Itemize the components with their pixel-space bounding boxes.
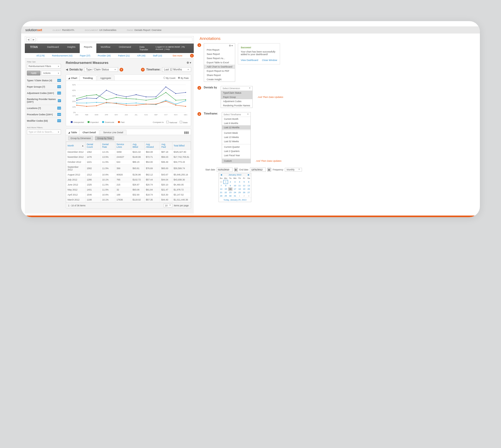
end-date-input[interactable]: [250, 168, 266, 172]
menu-item[interactable]: Create Insight: [204, 77, 235, 82]
columns-icon[interactable]: ▮▮▮: [184, 131, 189, 134]
filter-row[interactable]: Payer Groups (7): [27, 83, 61, 90]
nav-back[interactable]: ◀: [26, 37, 30, 42]
add-filter-input[interactable]: Type or Click to Search...▼: [27, 130, 61, 134]
dropdown-option[interactable]: Last Fiscal Year: [222, 153, 250, 158]
cal-day[interactable]: 5: [242, 180, 246, 184]
cal-day[interactable]: 23: [228, 191, 233, 194]
nav-tab-reports[interactable]: Reports: [80, 44, 97, 53]
nav-tab-insights[interactable]: Insights: [63, 44, 80, 53]
filter-row[interactable]: Adjustment Codes (100+): [27, 90, 61, 96]
dropdown-option[interactable]: Type/Claim Status: [221, 91, 252, 95]
nav-tab-dashboard[interactable]: Dashboard: [43, 44, 63, 53]
cal-day[interactable]: 10: [233, 184, 237, 188]
filter-row[interactable]: Rendering Provider Names (100+): [27, 96, 61, 105]
dropdown-option[interactable]: Last 2 Quarters: [222, 149, 250, 153]
menu-item[interactable]: Save Report As...: [204, 56, 235, 60]
tab-service-line-detail[interactable]: Service Line Detail: [100, 130, 126, 135]
chart-icon[interactable]: [57, 113, 61, 116]
cal-day[interactable]: 2: [242, 194, 246, 198]
tab-chart-detail[interactable]: Chart Detail: [79, 130, 100, 135]
col-header[interactable]: Avg. Billed: [131, 142, 144, 150]
cal-day[interactable]: 1: [223, 180, 228, 184]
table-row[interactable]: July 2012128610.1%765$102.72$57.44$44.04…: [66, 177, 191, 182]
start-date-input[interactable]: [217, 168, 233, 172]
col-header[interactable]: Avg. Allowed: [144, 142, 160, 150]
subnav-link[interactable]: All (178): [36, 54, 45, 57]
denials-by-select[interactable]: Type / Claim Status▼: [84, 67, 118, 72]
cal-day[interactable]: 20: [247, 187, 251, 191]
chart-icon[interactable]: [57, 79, 61, 82]
cal-day[interactable]: 24: [233, 191, 237, 194]
table-row[interactable]: November 2012147613.5%244027$148.99$72.7…: [66, 155, 191, 160]
menu-item[interactable]: Export Table to Excel: [204, 60, 235, 65]
dropdown-option[interactable]: Last 13 Weeks: [222, 135, 250, 139]
cal-day[interactable]: 19: [242, 187, 246, 191]
subnav-link[interactable]: Payer (37): [80, 54, 91, 57]
table-row[interactable]: March 2012119810.1%17636$118.02$57.35$44…: [66, 197, 191, 202]
nav-tab-data transfer[interactable]: Data Transfer: [135, 44, 152, 53]
see-more-link[interactable]: See more: [173, 54, 182, 57]
col-header[interactable]: Avg. Paid: [160, 142, 172, 150]
cal-today[interactable]: Today, January 25, 2013: [219, 198, 251, 202]
cal-prev[interactable]: ◀: [220, 174, 222, 176]
nav-tab-ondemand[interactable]: OnDemand: [115, 44, 135, 53]
cal-day[interactable]: 22: [223, 191, 228, 194]
table-row[interactable]: October 2012122111.5%644$86.15$54.00$36.…: [66, 160, 191, 165]
table-row[interactable]: August 2012131210.6%90920$136.98$62.12$4…: [66, 172, 191, 177]
cal-day[interactable]: 3: [233, 180, 237, 184]
filter-row[interactable]: Types / Claim Status (4): [27, 77, 61, 83]
dropdown-option[interactable]: Current Month: [222, 117, 250, 121]
cal-day[interactable]: 2: [228, 180, 233, 184]
col-header[interactable]: Month ▲: [66, 142, 86, 150]
cal-day[interactable]: 12: [242, 184, 246, 188]
tab-trending[interactable]: Trending: [79, 75, 96, 80]
chart-icon[interactable]: [57, 85, 61, 88]
filter-row[interactable]: Locations (7): [27, 105, 61, 111]
cal-day[interactable]: 8: [223, 184, 228, 188]
chart-icon[interactable]: [57, 92, 61, 94]
cal-day[interactable]: 27: [247, 191, 251, 194]
cal-day[interactable]: 30: [219, 180, 223, 184]
cal-day[interactable]: 18: [237, 187, 242, 191]
nav-tab-workflow[interactable]: Workflow: [96, 44, 115, 53]
radio-by-rate[interactable]: [178, 77, 180, 79]
group-by-dimension[interactable]: Group by Dimension: [68, 136, 93, 140]
menu-item[interactable]: Share Report: [204, 73, 235, 77]
subnav-link[interactable]: A/R (40): [137, 54, 145, 57]
compare-state-checkbox[interactable]: [180, 121, 182, 123]
tab-aggregate[interactable]: Aggregate: [97, 75, 115, 80]
filter-row[interactable]: Modifier Codes (53): [27, 117, 61, 124]
view-dashboard-link[interactable]: View Dashboard: [241, 59, 258, 61]
nav-fwd[interactable]: ▶: [31, 37, 36, 42]
col-header[interactable]: Denial Rate: [101, 142, 115, 150]
cal-day[interactable]: 13: [247, 184, 251, 188]
cal-day[interactable]: 17: [233, 187, 237, 191]
url-input[interactable]: [37, 37, 192, 42]
gear-icon[interactable]: ⚙ ▾: [187, 61, 191, 64]
table-row[interactable]: May 2012140111.5%32$93.06$61.84$21.47$1,…: [66, 187, 191, 192]
cal-day[interactable]: 3: [247, 194, 251, 198]
timeframe-dropdown[interactable]: Select Timeframe▼ Current MonthLast 6 Mo…: [222, 112, 251, 163]
calendar-icon[interactable]: ▦: [267, 168, 271, 171]
cal-day[interactable]: 11: [237, 184, 242, 188]
col-header[interactable]: Total Billed: [172, 142, 191, 150]
frequency-select[interactable]: Monthly▼: [285, 168, 302, 171]
dropdown-option[interactable]: Custom: [222, 159, 250, 163]
dropdown-option[interactable]: Last 6 Months: [222, 121, 250, 125]
menu-item[interactable]: Print Report: [204, 48, 235, 52]
cal-day[interactable]: 4: [237, 180, 242, 184]
subnav-link[interactable]: Reimbursement (42): [52, 54, 72, 57]
calendar-icon[interactable]: ▦: [234, 168, 238, 171]
cal-day[interactable]: 21: [219, 191, 223, 194]
dropdown-option[interactable]: Adjustment Codes: [221, 99, 252, 103]
close-window-link[interactable]: Close Window: [262, 59, 277, 61]
cal-day[interactable]: 30: [228, 194, 233, 198]
apply-button[interactable]: Apply: [27, 71, 40, 75]
cal-day[interactable]: 1: [237, 194, 242, 198]
table-row[interactable]: December 2012136214.1%3458$221.02$94.08$…: [66, 150, 191, 155]
subnav-link[interactable]: Patient (21): [118, 54, 130, 57]
gear-icon[interactable]: ⚙ ▾: [229, 44, 233, 47]
subnav-link[interactable]: Provider (28): [98, 54, 111, 57]
actions-select[interactable]: Actions▼: [41, 71, 61, 75]
